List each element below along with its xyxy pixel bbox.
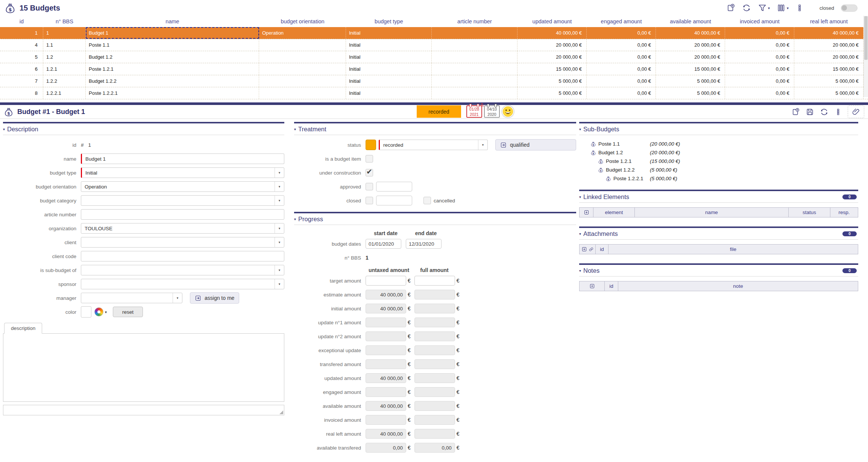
name-input[interactable]: Budget 1 bbox=[81, 153, 284, 164]
start-date-input[interactable]: 01/01/2020 bbox=[366, 239, 401, 249]
filter-button[interactable]: ▾ bbox=[758, 3, 770, 12]
save-icon[interactable] bbox=[806, 108, 814, 116]
untaxed-amount-input[interactable] bbox=[366, 415, 406, 425]
untaxed-amount-input[interactable]: 40 000,00 bbox=[366, 304, 406, 313]
full-amount-input[interactable] bbox=[414, 387, 455, 397]
budget-category-select[interactable]: ▾ bbox=[81, 195, 284, 206]
new-record-icon[interactable] bbox=[791, 108, 800, 116]
treatment-section-header[interactable]: ▾ Treatment bbox=[294, 124, 576, 134]
cell-engaged-amount[interactable]: 0,00 € bbox=[587, 39, 656, 51]
cell-article[interactable] bbox=[432, 39, 517, 51]
cell-name[interactable]: Poste 1.1 bbox=[86, 39, 259, 51]
cell-available-amount[interactable]: 40 000,00 € bbox=[656, 27, 725, 39]
cell-id[interactable]: 1 bbox=[0, 27, 43, 39]
table-row[interactable]: 5 1.2 Budget 1.2 Initial 20 000,00 € 0,0… bbox=[0, 51, 868, 63]
cell-orientation[interactable]: Operation bbox=[259, 27, 346, 39]
cell-engaged-amount[interactable]: 0,00 € bbox=[587, 51, 656, 63]
cell-real-left-amount[interactable]: 20 000,00 € bbox=[794, 39, 863, 51]
column-header[interactable]: id bbox=[0, 18, 43, 24]
cell-id[interactable]: 8 bbox=[0, 87, 43, 99]
cell-real-left-amount[interactable]: 5 000,00 € bbox=[794, 87, 863, 99]
description-resize-field[interactable] bbox=[3, 405, 284, 415]
cell-engaged-amount[interactable]: 0,00 € bbox=[587, 75, 656, 87]
cell-invoiced-amount[interactable]: 0,00 € bbox=[725, 39, 794, 51]
untaxed-amount-input[interactable] bbox=[366, 387, 406, 397]
cell-name[interactable]: Poste 1.2.2.1 bbox=[86, 87, 259, 99]
cell-orientation[interactable] bbox=[259, 87, 346, 99]
full-amount-input[interactable] bbox=[414, 304, 455, 313]
cell-bbs[interactable]: 1.2.1 bbox=[43, 63, 86, 75]
cell-article[interactable] bbox=[432, 87, 517, 99]
cell-bbs[interactable]: 1 bbox=[43, 27, 86, 39]
full-amount-input[interactable] bbox=[414, 276, 455, 286]
cell-updated-amount[interactable]: 20 000,00 € bbox=[517, 51, 587, 63]
column-header[interactable]: available amount bbox=[656, 18, 725, 24]
cell-orientation[interactable] bbox=[259, 75, 346, 87]
sub-budget-item[interactable]: Budget 1.2 (20 000,00 €) bbox=[579, 148, 858, 157]
cancelled-checkbox[interactable] bbox=[423, 197, 431, 204]
cell-available-amount[interactable]: 20 000,00 € bbox=[656, 39, 725, 51]
article-number-input[interactable] bbox=[81, 209, 284, 220]
add-linked-element-button[interactable] bbox=[580, 208, 593, 217]
color-wheel-icon[interactable] bbox=[94, 307, 103, 316]
cell-type[interactable]: Initial bbox=[346, 75, 432, 87]
cell-engaged-amount[interactable]: 0,00 € bbox=[587, 63, 656, 75]
new-record-icon[interactable] bbox=[726, 3, 735, 12]
cell-id[interactable]: 5 bbox=[0, 51, 43, 63]
cell-article[interactable] bbox=[432, 27, 517, 39]
cell-article[interactable] bbox=[432, 51, 517, 63]
color-swatch[interactable] bbox=[81, 306, 91, 318]
cell-orientation[interactable] bbox=[259, 51, 346, 63]
cell-real-left-amount[interactable]: 5 000,00 € bbox=[794, 75, 863, 87]
column-header[interactable]: budget orientation bbox=[259, 18, 346, 24]
cell-real-left-amount[interactable]: 20 000,00 € bbox=[794, 51, 863, 63]
table-row[interactable]: 8 1.2.2.1 Poste 1.2.2.1 Initial 5 000,00… bbox=[0, 87, 868, 99]
untaxed-amount-input[interactable]: 40 000,00 bbox=[366, 401, 406, 411]
untaxed-amount-input[interactable]: 40 000,00 bbox=[366, 373, 406, 383]
approved-checkbox[interactable] bbox=[366, 183, 373, 190]
attachment-drop-zone[interactable] bbox=[848, 105, 864, 118]
cell-invoiced-amount[interactable]: 0,00 € bbox=[725, 27, 794, 39]
description-textarea[interactable] bbox=[3, 333, 284, 402]
sub-budget-of-select[interactable]: ▾ bbox=[81, 265, 284, 275]
full-amount-input[interactable] bbox=[414, 290, 455, 299]
table-scrollbar[interactable] bbox=[863, 16, 868, 97]
cell-name[interactable]: Poste 1.2.1 bbox=[86, 63, 259, 75]
is-budget-item-checkbox[interactable] bbox=[366, 155, 373, 163]
status-color-swatch[interactable] bbox=[366, 140, 376, 150]
full-amount-input[interactable] bbox=[414, 429, 455, 439]
linked-elements-section-header[interactable]: ▾ Linked Elements 0 bbox=[579, 192, 858, 202]
date-calendar-icon[interactable]: 04/10 2020 bbox=[484, 105, 500, 118]
refresh-icon[interactable] bbox=[820, 108, 829, 116]
cell-engaged-amount[interactable]: 0,00 € bbox=[587, 87, 656, 99]
full-amount-input[interactable]: 0,00 bbox=[414, 443, 455, 453]
closed-toggle[interactable] bbox=[841, 5, 857, 12]
column-header[interactable]: engaged amount bbox=[587, 18, 656, 24]
table-row[interactable]: 1 1 Budget 1 Operation Initial 40 000,00… bbox=[0, 27, 868, 39]
qualified-button[interactable]: qualified bbox=[495, 139, 576, 150]
untaxed-amount-input[interactable]: 40 000,00 bbox=[366, 290, 406, 299]
untaxed-amount-input[interactable] bbox=[366, 345, 406, 355]
untaxed-amount-input[interactable] bbox=[366, 359, 406, 369]
full-amount-input[interactable] bbox=[414, 373, 455, 383]
kebab-menu-icon[interactable] bbox=[795, 4, 804, 12]
cell-updated-amount[interactable]: 15 000,00 € bbox=[517, 63, 587, 75]
cell-type[interactable]: Initial bbox=[346, 63, 432, 75]
progress-section-header[interactable]: ▾ Progress bbox=[294, 214, 576, 224]
untaxed-amount-input[interactable] bbox=[366, 331, 406, 341]
approved-date-input[interactable] bbox=[376, 182, 412, 191]
cell-id[interactable]: 6 bbox=[0, 63, 43, 75]
under-construction-checkbox[interactable]: ✔ bbox=[366, 169, 373, 176]
add-note-button[interactable] bbox=[580, 281, 605, 291]
columns-button[interactable]: ▾ bbox=[777, 3, 789, 12]
column-header[interactable]: budget type bbox=[346, 18, 432, 24]
smiley-icon[interactable] bbox=[501, 105, 514, 120]
sub-budget-item[interactable]: Poste 1.1 (20 000,00 €) bbox=[579, 140, 858, 148]
sub-budget-item[interactable]: Budget 1.2.2 (5 000,00 €) bbox=[579, 166, 858, 174]
cell-article[interactable] bbox=[432, 75, 517, 87]
cell-name[interactable]: Budget 1.2.2 bbox=[86, 75, 259, 87]
refresh-icon[interactable] bbox=[742, 3, 751, 12]
table-row[interactable]: 4 1.1 Poste 1.1 Initial 20 000,00 € 0,00… bbox=[0, 39, 868, 51]
full-amount-input[interactable] bbox=[414, 318, 455, 327]
cell-article[interactable] bbox=[432, 63, 517, 75]
